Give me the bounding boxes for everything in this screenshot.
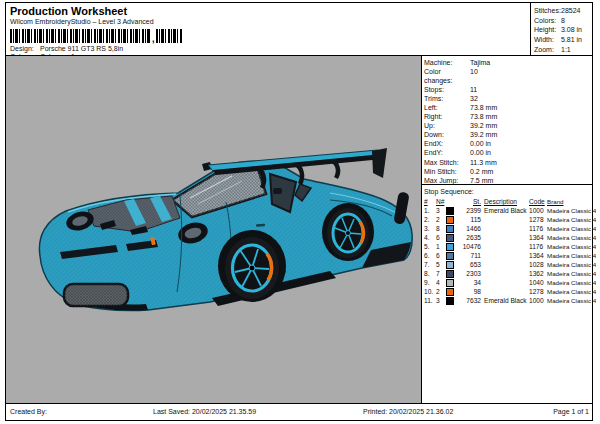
thread-brand: Madeira Classic 40 bbox=[547, 287, 596, 296]
embroidery-design-porsche-911-gt3-rs bbox=[30, 138, 420, 338]
stitch-count: 115 bbox=[456, 215, 484, 224]
thread-description bbox=[484, 224, 529, 233]
needle-number: 4 bbox=[436, 278, 446, 287]
machine-row: EndY:0.00 in bbox=[422, 148, 592, 157]
thread-color-swatch bbox=[446, 207, 454, 215]
column-header: # bbox=[422, 197, 436, 206]
swatch-cell bbox=[446, 278, 456, 287]
column-header: Brand bbox=[547, 197, 596, 206]
printed: Printed: 20/02/2025 21.36.02 bbox=[363, 404, 453, 419]
last-saved: Last Saved: 20/02/2025 21.35.59 bbox=[153, 404, 256, 419]
thread-description bbox=[484, 233, 529, 242]
stat-label: Width: bbox=[534, 35, 561, 45]
stop-sequence-row: 10.2981278Madeira Classic 40 bbox=[422, 287, 596, 296]
barcode-comma: , bbox=[152, 36, 155, 43]
machine-info: Machine:TajimaColor changes:10Stops:11Tr… bbox=[422, 56, 592, 185]
stitch-count: 2399 bbox=[456, 206, 484, 215]
stop-number: 8. bbox=[422, 269, 436, 278]
column-header-label: Description bbox=[484, 198, 517, 205]
worksheet-page: Production Worksheet Wilcom EmbroiderySt… bbox=[5, 2, 593, 421]
header-info: Production Worksheet Wilcom EmbroiderySt… bbox=[10, 3, 182, 61]
thread-description bbox=[484, 260, 529, 269]
design-row: Design: Porsche 911 GT3 RS 5,8in bbox=[10, 45, 182, 53]
stop-number: 3. bbox=[422, 224, 436, 233]
swatch-cell bbox=[446, 287, 456, 296]
thread-code: 1040 bbox=[529, 278, 547, 287]
design-value: Porsche 911 GT3 RS 5,8in bbox=[40, 45, 123, 53]
swatch-cell bbox=[446, 260, 456, 269]
thread-brand: Madeira Classic 40 bbox=[547, 233, 596, 242]
needle-number: 6 bbox=[436, 251, 446, 260]
column-header-label: # bbox=[424, 198, 428, 205]
stat-value: 3.08 in bbox=[561, 25, 582, 35]
thread-description bbox=[484, 278, 529, 287]
stop-number: 5. bbox=[422, 242, 436, 251]
machine-row: Left:73.8 mm bbox=[422, 103, 592, 112]
machine-value: Tajima bbox=[470, 58, 490, 67]
stat-value: 28524 bbox=[561, 6, 580, 16]
column-header: St. bbox=[456, 197, 484, 206]
thread-description bbox=[484, 269, 529, 278]
thread-brand: Madeira Classic 40 bbox=[547, 215, 596, 224]
stitch-count: 653 bbox=[456, 260, 484, 269]
stop-sequence-title: Stop Sequence: bbox=[422, 187, 592, 196]
machine-label: Max Stitch: bbox=[424, 158, 470, 167]
thread-color-swatch bbox=[446, 225, 454, 233]
side-mirror bbox=[273, 188, 282, 194]
thread-color-swatch bbox=[446, 297, 454, 305]
thread-brand: Madeira Classic 40 bbox=[547, 296, 596, 305]
stop-sequence-row: 7.56531028Madeira Classic 40 bbox=[422, 260, 596, 269]
machine-value: 11 bbox=[470, 85, 477, 94]
machine-label: Machine: bbox=[424, 58, 470, 67]
stop-sequence-section: Stop Sequence: #N#St.DescriptionCodeBran… bbox=[422, 185, 592, 305]
thread-code: 1364 bbox=[529, 233, 547, 242]
barcode-segment-icon bbox=[10, 29, 151, 43]
machine-row: Max Stitch:11.3 mm bbox=[422, 158, 592, 167]
stop-sequence-row: 4.626351364Madeira Classic 40 bbox=[422, 233, 596, 242]
column-header-label: N# bbox=[436, 198, 444, 205]
thread-code: 1176 bbox=[529, 242, 547, 251]
swatch-cell bbox=[446, 251, 456, 260]
content: Machine:TajimaColor changes:10Stops:11Tr… bbox=[6, 56, 592, 403]
column-header: N# bbox=[436, 197, 446, 206]
barcode: , bbox=[10, 28, 182, 43]
needle-number: 5 bbox=[436, 260, 446, 269]
footer: Created By: Last Saved: 20/02/2025 21.35… bbox=[6, 403, 592, 420]
machine-label: Color changes: bbox=[424, 67, 470, 85]
rear-wheel bbox=[322, 203, 374, 261]
machine-row: EndX:0.00 in bbox=[422, 139, 592, 148]
stop-sequence-row: 5.1104761176Madeira Classic 40 bbox=[422, 242, 596, 251]
needle-number: 2 bbox=[436, 215, 446, 224]
stop-sequence-row: 9.4341040Madeira Classic 40 bbox=[422, 278, 596, 287]
machine-label: Stops: bbox=[424, 85, 470, 94]
thread-code: 1362 bbox=[529, 269, 547, 278]
thread-code: 1000 bbox=[529, 206, 547, 215]
stop-sequence-row: 2.21151278Madeira Classic 40 bbox=[422, 215, 596, 224]
machine-value: 73.8 mm bbox=[470, 103, 497, 112]
stop-number: 9. bbox=[422, 278, 436, 287]
machine-value: 32 bbox=[470, 94, 478, 103]
column-header-label: Code bbox=[529, 198, 545, 205]
machine-row: Machine:Tajima bbox=[422, 58, 592, 67]
stat-label: Height: bbox=[534, 25, 561, 35]
thread-color-swatch bbox=[446, 288, 454, 296]
machine-value: 39.2 mm bbox=[470, 130, 497, 139]
thread-brand: Madeira Classic 40 bbox=[547, 251, 596, 260]
thread-description bbox=[484, 242, 529, 251]
stitch-count: 10476 bbox=[456, 242, 484, 251]
needle-number: 2 bbox=[436, 287, 446, 296]
thread-description: Emerald Black bbox=[484, 296, 529, 305]
stop-sequence-row: 11.37632Emerald Black1000Madeira Classic… bbox=[422, 296, 596, 305]
stat-row: Width:5.81 in bbox=[531, 35, 592, 45]
swatch-cell bbox=[446, 242, 456, 251]
stat-value: 1:1 bbox=[561, 45, 571, 55]
thread-color-swatch bbox=[446, 243, 454, 251]
stat-label: Colors: bbox=[534, 16, 561, 26]
stat-label: Stitches: bbox=[534, 6, 561, 16]
thread-brand: Madeira Classic 40 bbox=[547, 278, 596, 287]
machine-value: 0.00 in bbox=[470, 139, 491, 148]
machine-row: Right:73.8 mm bbox=[422, 112, 592, 121]
page-number: Page 1 of 1 bbox=[553, 404, 589, 419]
stitch-count: 2303 bbox=[456, 269, 484, 278]
needle-number: 1 bbox=[436, 242, 446, 251]
